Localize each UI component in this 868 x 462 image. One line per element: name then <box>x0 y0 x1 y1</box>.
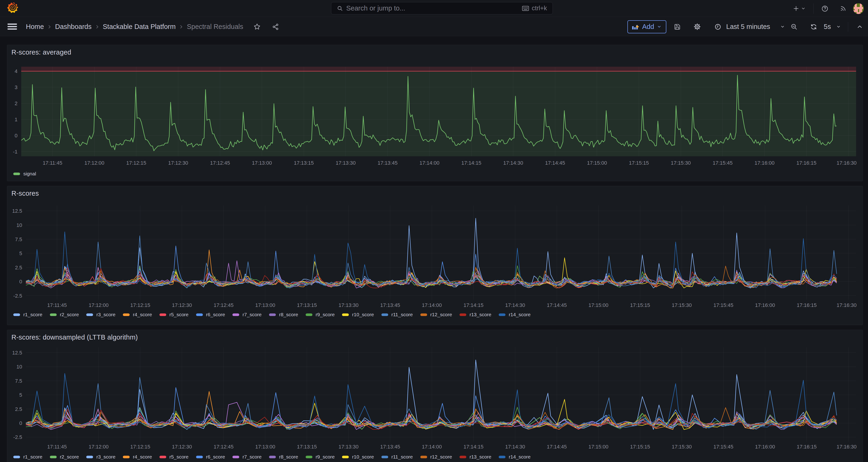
navbar-divider <box>813 3 814 14</box>
legend-item-r1_score[interactable]: r1_score <box>13 312 42 317</box>
legend-series-color <box>342 456 349 458</box>
news-button[interactable] <box>840 5 846 12</box>
legend-series-name: r14_score <box>509 312 530 317</box>
legend-item-r14_score[interactable]: r14_score <box>499 454 530 460</box>
timeseries-chart[interactable]: -2.502.557.51012.517:11:4517:12:0017:12:… <box>7 186 863 311</box>
legend-series-name: r1_score <box>23 454 42 460</box>
save-dashboard-button[interactable] <box>674 24 681 30</box>
x-tick-label: 17:15:30 <box>672 444 692 450</box>
x-tick-label: 17:16:00 <box>754 160 775 166</box>
x-tick-label: 17:16:15 <box>797 160 816 166</box>
x-tick-label: 17:14:30 <box>503 160 523 166</box>
legend-item-r4_score[interactable]: r4_score <box>123 454 152 460</box>
x-tick-label: 17:12:00 <box>89 302 108 308</box>
dashboard-toolbar: Home Dashboards Stackable Data Platform … <box>0 17 868 36</box>
chevron-up-icon <box>857 24 863 30</box>
legend-item-r11_score[interactable]: r11_score <box>381 454 413 460</box>
add-panel-button[interactable]: Add <box>627 20 666 33</box>
new-button[interactable] <box>793 5 806 12</box>
legend-item-r5_score[interactable]: r5_score <box>159 454 189 460</box>
x-tick-label: 17:12:45 <box>214 302 234 308</box>
collapse-controls-button[interactable] <box>857 24 863 30</box>
legend-item-r6_score[interactable]: r6_score <box>196 454 225 460</box>
legend-item-r3_score[interactable]: r3_score <box>86 454 115 460</box>
series-r14_score <box>26 232 837 287</box>
x-tick-label: 17:12:00 <box>89 444 108 450</box>
legend-item-r10_score[interactable]: r10_score <box>342 454 374 460</box>
y-tick-label: 4 <box>15 68 18 74</box>
y-tick-label: 10 <box>17 222 22 228</box>
legend-item-r13_score[interactable]: r13_score <box>460 312 491 317</box>
zoom-out-icon <box>790 23 797 30</box>
timeseries-chart[interactable]: -10123417:11:4517:12:0017:12:1517:12:301… <box>7 45 863 168</box>
legend-item-r5_score[interactable]: r5_score <box>159 312 189 317</box>
legend-series-color <box>86 456 93 458</box>
legend-series-color <box>381 313 388 316</box>
user-avatar[interactable] <box>853 3 864 14</box>
breadcrumb-home[interactable]: Home <box>26 23 44 31</box>
chevron-right-icon <box>179 25 184 29</box>
legend-item-r9_score[interactable]: r9_score <box>306 312 335 317</box>
legend-item-r12_score[interactable]: r12_score <box>421 454 452 460</box>
y-tick-label: 2.5 <box>15 406 22 412</box>
legend-series-name: r10_score <box>352 312 374 317</box>
star-dashboard-button[interactable] <box>253 23 261 30</box>
menu-toggle-button[interactable] <box>7 24 17 30</box>
x-tick-label: 17:12:15 <box>126 160 147 166</box>
breadcrumb-dashboards[interactable]: Dashboards <box>55 23 91 31</box>
legend-item-r4_score[interactable]: r4_score <box>123 312 152 317</box>
legend-item-r9_score[interactable]: r9_score <box>306 454 335 460</box>
legend-series-color <box>269 456 276 458</box>
grafana-logo[interactable] <box>7 2 18 13</box>
legend-item-r14_score[interactable]: r14_score <box>499 312 530 317</box>
legend-item-r2_score[interactable]: r2_score <box>50 454 79 460</box>
legend-item-r2_score[interactable]: r2_score <box>50 312 79 317</box>
legend-series-color <box>86 313 93 316</box>
panel-rscores-downsampled: R-scores: downsampled (LTTB algorithm) -… <box>7 330 863 462</box>
search-input[interactable]: Search or jump to... ctrl+k <box>331 2 553 14</box>
legend-series-color <box>13 456 20 458</box>
help-button[interactable] <box>822 5 828 12</box>
refresh-picker[interactable]: 5s <box>810 23 841 31</box>
legend-series-name: r2_score <box>60 454 79 460</box>
legend-item-r6_score[interactable]: r6_score <box>196 312 225 317</box>
legend-item-r8_score[interactable]: r8_score <box>269 312 298 317</box>
x-tick-label: 17:12:45 <box>214 444 234 450</box>
legend-item-r7_score[interactable]: r7_score <box>232 454 261 460</box>
legend-item-r11_score[interactable]: r11_score <box>381 312 413 317</box>
legend-item-r10_score[interactable]: r10_score <box>342 312 374 317</box>
legend-series-color <box>306 456 312 458</box>
x-tick-label: 17:12:15 <box>130 302 150 308</box>
zoom-out-button[interactable] <box>790 23 797 30</box>
share-dashboard-button[interactable] <box>272 23 279 30</box>
legend-item-r13_score[interactable]: r13_score <box>460 454 491 460</box>
time-range-picker[interactable]: Last 5 minutes <box>715 23 785 31</box>
y-tick-label: 2.5 <box>15 265 22 271</box>
x-tick-label: 17:16:15 <box>797 302 817 308</box>
x-tick-label: 17:11:45 <box>47 302 67 308</box>
legend-item-r8_score[interactable]: r8_score <box>269 454 298 460</box>
legend-item-signal[interactable]: signal <box>13 171 36 177</box>
legend-item-r3_score[interactable]: r3_score <box>86 312 115 317</box>
chevron-down-icon <box>801 6 806 11</box>
x-tick-label: 17:14:15 <box>464 302 484 308</box>
y-tick-label: 2 <box>15 100 18 106</box>
legend-item-r12_score[interactable]: r12_score <box>421 312 452 317</box>
legend-series-name: r6_score <box>206 454 225 460</box>
x-tick-label: 17:11:45 <box>47 444 67 450</box>
breadcrumb-dashboard-title[interactable]: Spectral Residuals <box>187 23 243 31</box>
x-tick-label: 17:12:15 <box>130 444 150 450</box>
x-tick-label: 17:13:30 <box>339 302 359 308</box>
timeseries-chart[interactable]: -2.502.557.51012.517:11:4517:12:0017:12:… <box>7 330 863 454</box>
panel-rscores-averaged: R-scores: averaged -10123417:11:4517:12:… <box>7 45 863 181</box>
legend-series-name: r9_score <box>316 312 335 317</box>
legend-item-r7_score[interactable]: r7_score <box>232 312 261 317</box>
legend-series-name: r4_score <box>133 312 152 317</box>
breadcrumb-folder[interactable]: Stackable Data Platform <box>103 23 176 31</box>
y-tick-label: 0 <box>19 420 22 426</box>
plus-icon <box>793 5 799 12</box>
dashboard-settings-button[interactable] <box>694 23 701 30</box>
legend-item-r1_score[interactable]: r1_score <box>13 454 42 460</box>
gear-icon <box>694 23 701 30</box>
legend-series-color <box>421 456 427 458</box>
